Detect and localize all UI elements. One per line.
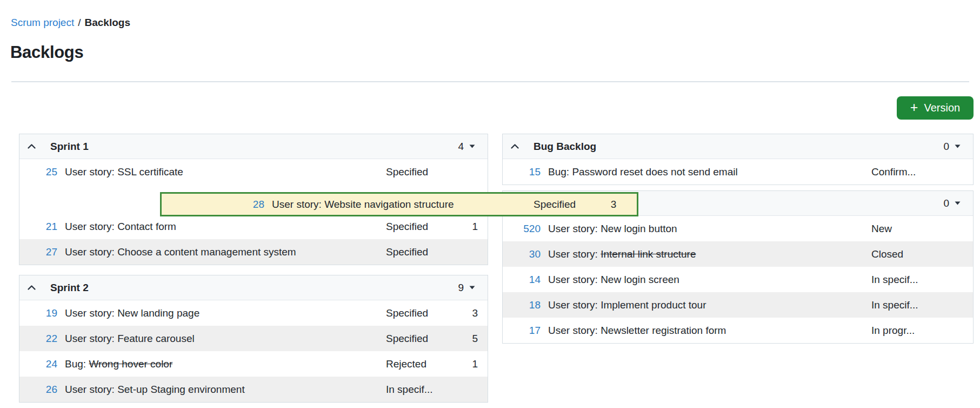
work-item-id-link[interactable]: 19 [19,307,57,319]
backlog-row[interactable]: 14User story: New login screenIn specif.… [503,267,973,292]
backlog-row[interactable]: 19User story: New landing pageSpecified3 [19,300,488,326]
work-item-status: Rejected [386,358,451,370]
work-item-status: In specif... [871,274,936,286]
work-item-id-link[interactable]: 21 [19,221,57,233]
work-item-effort: 3 [598,199,629,210]
panel-title: Sprint 1 [50,141,89,153]
work-item-title: User story: Newsletter registration form [541,325,871,337]
breadcrumb-project-link[interactable]: Scrum project [11,17,74,29]
work-item-name: Wrong hover color [89,358,172,370]
panel-title: Sprint 2 [50,282,89,294]
work-item-effort: 1 [451,221,478,233]
work-item-id-link[interactable]: 22 [19,333,57,345]
work-item-effort: 5 [451,333,478,345]
dropdown-caret-icon[interactable] [464,144,480,149]
backlog-row[interactable]: 25User story: SSL certificateSpecified [19,159,488,185]
work-item-name: Feature carousel [117,333,195,344]
work-item-name: New login button [601,223,677,234]
breadcrumb: Scrum project / Backlogs [11,17,130,29]
panel-header[interactable]: Sprint 1 4 [19,134,488,159]
work-item-id-link[interactable]: 26 [19,384,57,396]
work-item-type-prefix: User story: [65,166,117,177]
work-item-title: User story: New login screen [541,274,871,286]
work-item-name: Implement product tour [601,299,706,311]
backlog-row[interactable]: 27User story: Choose a content managemen… [19,239,488,265]
backlog-row[interactable]: 30User story: Internal link structureClo… [503,241,973,267]
work-item-type-prefix: User story: [65,333,117,344]
add-version-button[interactable]: + Version [897,96,974,120]
work-item-id-link[interactable]: 25 [19,166,57,178]
work-item-status: Specified [386,333,451,345]
work-item-type-prefix: User story: [65,307,117,319]
backlog-row[interactable]: 22User story: Feature carouselSpecified5 [19,326,488,351]
panel-title: Bug Backlog [534,141,596,153]
panel-bug-backlog: Bug Backlog 0 15Bug: Password reset does… [502,134,974,185]
work-item-title: User story: New landing page [57,307,386,319]
work-item-title: User story: Feature carousel [57,333,386,345]
work-item-name: Contact form [117,221,176,232]
backlog-column-right: Bug Backlog 0 15Bug: Password reset does… [502,134,974,344]
dropdown-caret-icon[interactable] [949,144,965,149]
work-item-status: Confirm... [871,166,936,178]
backlog-row[interactable]: 17User story: Newsletter registration fo… [503,318,973,343]
panel-header[interactable]: Bug Backlog 0 [503,134,973,159]
backlog-row[interactable]: 520User story: New login buttonNew [503,216,973,241]
plus-icon: + [910,101,918,114]
work-item-name: Password reset does not send email [572,166,737,177]
work-item-status: Specified [386,307,451,319]
panel-count: 0 [943,198,949,209]
work-item-id-link[interactable]: 18 [503,299,541,311]
work-item-name: Set-up Staging environment [117,384,245,395]
work-item-status: In specif... [871,299,936,311]
work-item-status: Specified [534,199,598,210]
work-item-title: User story: Implement product tour [541,299,871,311]
work-item-name: New login screen [601,274,679,285]
backlog-row[interactable]: 15Bug: Password reset does not send emai… [503,159,973,185]
work-item-name: New landing page [117,307,199,319]
work-item-title: User story: SSL certificate [57,166,386,178]
backlog-row[interactable]: 18User story: Implement product tourIn s… [503,292,973,318]
work-item-type-prefix: User story: [65,384,117,395]
collapse-chevron-icon[interactable] [510,143,523,149]
dropdown-caret-icon[interactable] [949,201,965,206]
work-item-status: Specified [386,221,451,233]
work-item-type-prefix: User story: [65,221,117,232]
work-item-id-link[interactable]: 17 [503,325,541,337]
work-item-name: Choose a content management system [117,246,296,258]
work-item-type-prefix: User story: [548,223,601,234]
work-item-id-link[interactable]: 30 [503,248,541,260]
dragged-row[interactable]: 28 User story: Website navigation struct… [160,192,638,216]
work-item-type-prefix: User story: [65,246,117,258]
work-item-title: User story: Set-up Staging environment [57,384,386,396]
backlog-column-left: Sprint 1 4 25User story: SSL certificate… [19,134,488,403]
panel-header[interactable]: Sprint 2 9 [19,275,488,300]
collapse-chevron-icon[interactable] [27,285,40,291]
add-version-button-label: Version [924,102,960,114]
collapse-chevron-icon[interactable] [27,143,40,149]
work-item-title: Bug: Wrong hover color [57,358,386,370]
dropdown-caret-icon[interactable] [464,285,480,290]
backlog-row[interactable]: 21User story: Contact formSpecified1 [19,214,488,239]
work-item-title: User story: Internal link structure [541,248,871,260]
work-item-name: SSL certificate [117,166,183,177]
work-item-id-link[interactable]: 24 [19,358,57,370]
work-item-id-link[interactable]: 14 [503,274,541,286]
page-title: Backlogs [10,43,83,62]
work-item-type-prefix: Bug: [65,358,89,370]
backlog-row[interactable]: 26User story: Set-up Staging environment… [19,377,488,402]
work-item-title: User story: Website navigation structure [264,199,534,210]
work-item-name: Newsletter registration form [601,325,726,336]
work-item-effort: 1 [451,358,478,370]
panel-count: 0 [943,141,949,153]
work-item-id-link[interactable]: 27 [19,246,57,258]
work-item-name: Internal link structure [601,248,696,260]
work-item-id-link: 28 [162,199,264,210]
work-item-id-link[interactable]: 15 [503,166,541,178]
work-item-title: User story: New login button [541,223,871,235]
panel-rows: 520User story: New login buttonNew30User… [503,216,973,343]
work-item-status: Specified [386,246,451,258]
breadcrumb-current: Backlogs [84,17,130,29]
backlog-row[interactable]: 24Bug: Wrong hover colorRejected1 [19,351,488,377]
work-item-id-link[interactable]: 520 [503,223,541,235]
work-item-type-prefix: Bug: [548,166,572,177]
